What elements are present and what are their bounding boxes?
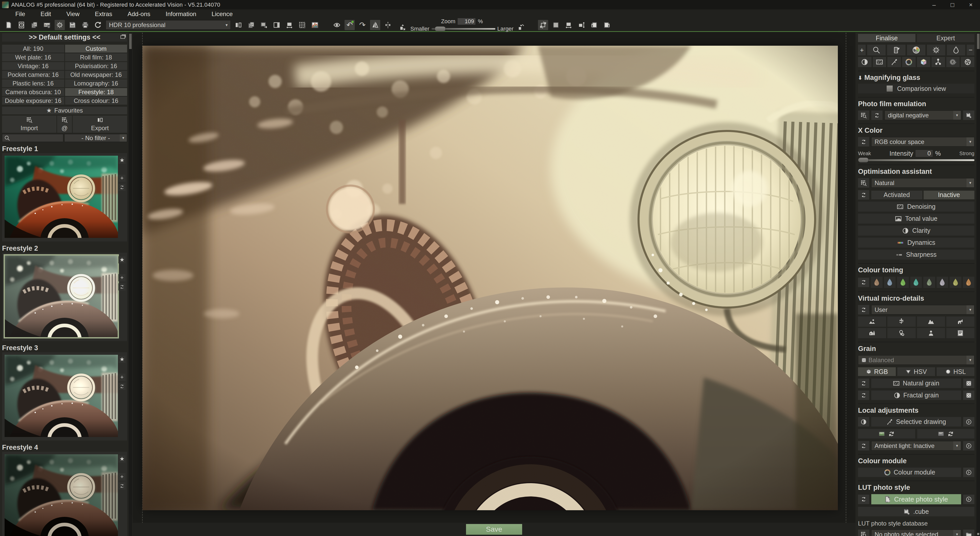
toning-drop-olive[interactable] <box>950 277 961 288</box>
zoom-slider-thumb[interactable] <box>434 26 446 32</box>
toning-drop-green[interactable] <box>897 277 909 288</box>
lut-tool-button[interactable] <box>917 57 931 67</box>
preset-thumbnail-freestyle-3[interactable]: ★ + <box>2 352 127 441</box>
optimise-tool-button[interactable] <box>927 45 945 56</box>
create-photo-style-button[interactable]: Create photo style <box>871 494 961 504</box>
adjustments-scrollbar[interactable] <box>977 33 980 536</box>
add-preset-icon[interactable]: + <box>118 175 126 182</box>
menu-addons[interactable]: Add-ons <box>120 10 158 19</box>
export-presets-button[interactable]: Export <box>73 116 127 133</box>
favourite-star-icon[interactable]: ★ <box>118 455 126 463</box>
lut-folder-button[interactable] <box>963 530 974 536</box>
micro-reset-button[interactable] <box>858 305 869 315</box>
preset-dropdown[interactable]: HDR 10 professional ▼ <box>106 20 231 30</box>
histogram-button[interactable] <box>310 20 320 30</box>
category-all[interactable]: All: 190 <box>2 45 64 52</box>
grain-tool-button[interactable] <box>873 57 886 67</box>
micro-flower-button[interactable] <box>887 317 915 327</box>
category-custom[interactable]: Custom <box>65 45 127 52</box>
batch-button[interactable] <box>29 20 39 30</box>
film-presets-button[interactable] <box>858 111 869 120</box>
grain-mode-hsl[interactable]: HSL <box>937 367 974 376</box>
preset-thumbnail-freestyle-4[interactable]: ★ + <box>2 452 127 536</box>
colour-wheel-tool-button[interactable] <box>907 45 925 56</box>
toning-drop-sage[interactable] <box>923 277 935 288</box>
preset-thumbnail-freestyle-2[interactable]: ★ + <box>2 253 127 341</box>
preset-web-button[interactable]: @ <box>57 116 72 133</box>
crop-rotate-button[interactable] <box>538 20 548 30</box>
activated-toggle[interactable]: Activated <box>871 191 922 199</box>
new-file-button[interactable] <box>3 20 14 30</box>
micro-details-dropdown[interactable]: User ▼ <box>871 305 974 315</box>
redo-button[interactable]: ↷ <box>357 20 368 30</box>
selective-drawing-tool-button[interactable] <box>887 57 901 67</box>
corrections-tool-button[interactable] <box>961 57 974 67</box>
grain-mode-rgb[interactable]: RGB <box>858 367 896 376</box>
toning-reset-button[interactable] <box>858 278 869 287</box>
lut-db-dropdown[interactable]: No photo style selected ▼ <box>871 530 961 536</box>
copy-settings-button[interactable] <box>246 20 256 30</box>
film-export-button[interactable] <box>963 111 974 120</box>
toning-tool-button[interactable] <box>947 45 965 56</box>
reset-preset-icon[interactable] <box>118 383 126 390</box>
selective-drawing-open-button[interactable] <box>963 417 974 426</box>
collapse-arrow-icon[interactable]: ⬇ <box>858 75 862 81</box>
menu-view[interactable]: View <box>59 10 87 19</box>
category-freestyle[interactable]: Freestyle: 18 <box>65 88 127 96</box>
resize-width-button[interactable] <box>563 20 574 30</box>
xcolor-reset-button[interactable] <box>858 137 869 146</box>
add-preset-icon[interactable]: + <box>118 473 126 480</box>
grid-overlay-button[interactable] <box>297 20 307 30</box>
micro-portrait-button[interactable] <box>917 328 945 338</box>
presets-scrollbar[interactable] <box>129 33 132 536</box>
lut-db-presets-button[interactable] <box>858 530 869 536</box>
zoom-value-field[interactable]: 109 <box>457 18 476 25</box>
ambient-open-button[interactable] <box>963 441 974 450</box>
lut-open-button[interactable] <box>963 495 974 504</box>
optimisation-presets-button[interactable] <box>858 178 869 188</box>
favourite-star-icon[interactable]: ★ <box>118 157 126 164</box>
add-preset-icon[interactable]: + <box>118 374 126 381</box>
toning-drop-blue[interactable] <box>884 277 896 288</box>
fractal-grain-reset-button[interactable] <box>858 391 869 400</box>
menu-edit[interactable]: Edit <box>33 10 59 19</box>
clarity-row[interactable]: Clarity <box>858 226 974 235</box>
rotate-right-button[interactable] <box>602 20 612 30</box>
print-button[interactable] <box>80 20 90 30</box>
add-section-button[interactable]: + <box>858 45 865 56</box>
rotate-left-button[interactable] <box>589 20 599 30</box>
close-button[interactable]: × <box>962 0 980 10</box>
selective-drawing-button[interactable]: Selective drawing <box>871 417 961 426</box>
category-pocket-camera[interactable]: Pocket camera: 16 <box>2 71 64 79</box>
local-contrast-button[interactable] <box>858 417 869 426</box>
category-old-newspaper[interactable]: Old newspaper: 16 <box>65 71 127 79</box>
colour-module-button[interactable]: Colour module <box>858 468 961 477</box>
resize-height-button[interactable] <box>576 20 587 30</box>
intensity-slider-thumb[interactable] <box>858 157 869 162</box>
xcolor-space-dropdown[interactable]: RGB colour space ▼ <box>871 137 974 146</box>
natural-grain-dice-button[interactable] <box>963 379 974 388</box>
undo-button[interactable]: ↶ <box>345 20 355 30</box>
ambient-reset-button[interactable] <box>858 441 869 450</box>
category-lomography[interactable]: Lomography: 16 <box>65 80 127 87</box>
save-file-button[interactable] <box>67 20 78 30</box>
denoising-row[interactable]: Denoising <box>858 202 974 212</box>
intensity-slider[interactable] <box>858 159 974 161</box>
reset-preset-icon[interactable] <box>118 184 126 191</box>
edited-photo[interactable] <box>142 46 838 510</box>
preset-filter-dropdown[interactable]: - No filter - ▼ <box>64 134 127 142</box>
import-presets-button[interactable]: Import <box>2 116 56 133</box>
favourite-star-icon[interactable]: ★ <box>118 256 126 263</box>
film-reset-button[interactable] <box>871 111 883 120</box>
favourites-button[interactable]: ★ Favourites <box>2 107 127 115</box>
selection-button[interactable] <box>551 20 561 30</box>
category-wet-plate[interactable]: Wet plate: 16 <box>2 53 64 61</box>
export-image-button[interactable] <box>259 20 269 30</box>
optimisation-reset-button[interactable] <box>858 190 869 200</box>
toning-drop-amber[interactable] <box>963 277 975 288</box>
sharpness-row[interactable]: Sharpness <box>858 250 974 259</box>
natural-grain-reset-button[interactable] <box>858 379 869 388</box>
default-settings-header[interactable]: >> Default settings << <box>2 33 127 41</box>
history-button[interactable] <box>16 20 27 30</box>
save-button[interactable]: Save <box>466 524 522 535</box>
